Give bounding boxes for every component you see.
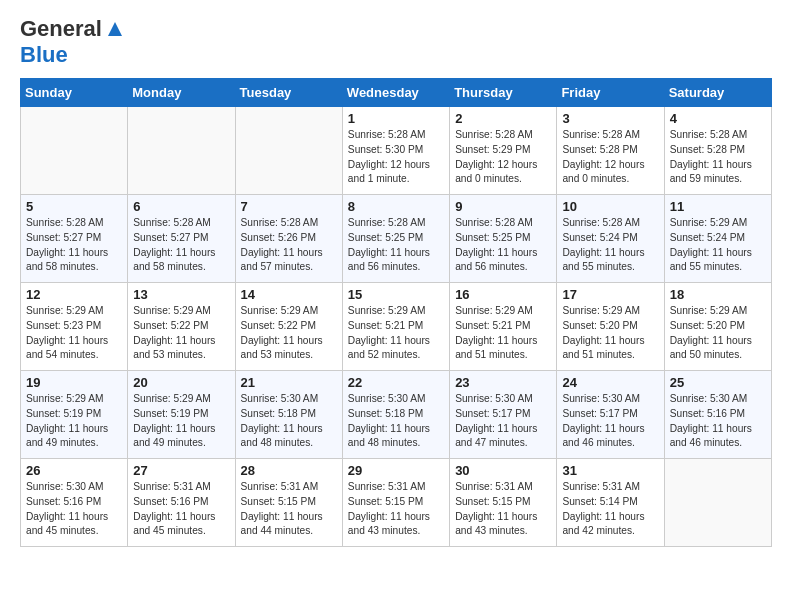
day-number: 19 <box>26 375 122 390</box>
calendar-cell: 25Sunrise: 5:30 AM Sunset: 5:16 PM Dayli… <box>664 371 771 459</box>
cell-content: Sunrise: 5:29 AM Sunset: 5:21 PM Dayligh… <box>455 304 551 363</box>
day-number: 9 <box>455 199 551 214</box>
weekday-header-thursday: Thursday <box>450 79 557 107</box>
day-number: 11 <box>670 199 766 214</box>
weekday-header-saturday: Saturday <box>664 79 771 107</box>
weekday-header-row: SundayMondayTuesdayWednesdayThursdayFrid… <box>21 79 772 107</box>
calendar-cell: 21Sunrise: 5:30 AM Sunset: 5:18 PM Dayli… <box>235 371 342 459</box>
cell-content: Sunrise: 5:29 AM Sunset: 5:22 PM Dayligh… <box>133 304 229 363</box>
day-number: 29 <box>348 463 444 478</box>
weekday-header-monday: Monday <box>128 79 235 107</box>
calendar-cell: 15Sunrise: 5:29 AM Sunset: 5:21 PM Dayli… <box>342 283 449 371</box>
day-number: 27 <box>133 463 229 478</box>
calendar-cell: 27Sunrise: 5:31 AM Sunset: 5:16 PM Dayli… <box>128 459 235 547</box>
cell-content: Sunrise: 5:28 AM Sunset: 5:24 PM Dayligh… <box>562 216 658 275</box>
day-number: 15 <box>348 287 444 302</box>
page: General Blue SundayMondayTuesdayWednesda… <box>0 0 792 563</box>
calendar-cell: 13Sunrise: 5:29 AM Sunset: 5:22 PM Dayli… <box>128 283 235 371</box>
cell-content: Sunrise: 5:29 AM Sunset: 5:19 PM Dayligh… <box>133 392 229 451</box>
cell-content: Sunrise: 5:30 AM Sunset: 5:16 PM Dayligh… <box>670 392 766 451</box>
cell-content: Sunrise: 5:29 AM Sunset: 5:21 PM Dayligh… <box>348 304 444 363</box>
calendar-cell: 1Sunrise: 5:28 AM Sunset: 5:30 PM Daylig… <box>342 107 449 195</box>
calendar-cell: 10Sunrise: 5:28 AM Sunset: 5:24 PM Dayli… <box>557 195 664 283</box>
calendar-cell: 29Sunrise: 5:31 AM Sunset: 5:15 PM Dayli… <box>342 459 449 547</box>
cell-content: Sunrise: 5:30 AM Sunset: 5:17 PM Dayligh… <box>562 392 658 451</box>
cell-content: Sunrise: 5:31 AM Sunset: 5:16 PM Dayligh… <box>133 480 229 539</box>
day-number: 12 <box>26 287 122 302</box>
day-number: 20 <box>133 375 229 390</box>
cell-content: Sunrise: 5:30 AM Sunset: 5:18 PM Dayligh… <box>241 392 337 451</box>
cell-content: Sunrise: 5:29 AM Sunset: 5:20 PM Dayligh… <box>562 304 658 363</box>
day-number: 26 <box>26 463 122 478</box>
calendar-cell: 11Sunrise: 5:29 AM Sunset: 5:24 PM Dayli… <box>664 195 771 283</box>
day-number: 14 <box>241 287 337 302</box>
calendar-cell <box>664 459 771 547</box>
cell-content: Sunrise: 5:28 AM Sunset: 5:30 PM Dayligh… <box>348 128 444 187</box>
day-number: 23 <box>455 375 551 390</box>
calendar-cell: 17Sunrise: 5:29 AM Sunset: 5:20 PM Dayli… <box>557 283 664 371</box>
day-number: 25 <box>670 375 766 390</box>
day-number: 4 <box>670 111 766 126</box>
weekday-header-friday: Friday <box>557 79 664 107</box>
calendar-cell: 4Sunrise: 5:28 AM Sunset: 5:28 PM Daylig… <box>664 107 771 195</box>
day-number: 10 <box>562 199 658 214</box>
cell-content: Sunrise: 5:31 AM Sunset: 5:15 PM Dayligh… <box>348 480 444 539</box>
calendar-cell <box>128 107 235 195</box>
day-number: 22 <box>348 375 444 390</box>
day-number: 30 <box>455 463 551 478</box>
logo-general-text: General <box>20 16 102 42</box>
day-number: 24 <box>562 375 658 390</box>
day-number: 7 <box>241 199 337 214</box>
day-number: 17 <box>562 287 658 302</box>
calendar-week-row: 19Sunrise: 5:29 AM Sunset: 5:19 PM Dayli… <box>21 371 772 459</box>
cell-content: Sunrise: 5:28 AM Sunset: 5:25 PM Dayligh… <box>348 216 444 275</box>
cell-content: Sunrise: 5:30 AM Sunset: 5:18 PM Dayligh… <box>348 392 444 451</box>
day-number: 28 <box>241 463 337 478</box>
calendar-cell: 7Sunrise: 5:28 AM Sunset: 5:26 PM Daylig… <box>235 195 342 283</box>
calendar-cell: 22Sunrise: 5:30 AM Sunset: 5:18 PM Dayli… <box>342 371 449 459</box>
cell-content: Sunrise: 5:28 AM Sunset: 5:28 PM Dayligh… <box>562 128 658 187</box>
cell-content: Sunrise: 5:28 AM Sunset: 5:29 PM Dayligh… <box>455 128 551 187</box>
calendar-cell: 28Sunrise: 5:31 AM Sunset: 5:15 PM Dayli… <box>235 459 342 547</box>
cell-content: Sunrise: 5:28 AM Sunset: 5:28 PM Dayligh… <box>670 128 766 187</box>
day-number: 21 <box>241 375 337 390</box>
day-number: 3 <box>562 111 658 126</box>
cell-content: Sunrise: 5:30 AM Sunset: 5:17 PM Dayligh… <box>455 392 551 451</box>
calendar-cell: 14Sunrise: 5:29 AM Sunset: 5:22 PM Dayli… <box>235 283 342 371</box>
day-number: 6 <box>133 199 229 214</box>
calendar-cell: 6Sunrise: 5:28 AM Sunset: 5:27 PM Daylig… <box>128 195 235 283</box>
day-number: 13 <box>133 287 229 302</box>
cell-content: Sunrise: 5:29 AM Sunset: 5:24 PM Dayligh… <box>670 216 766 275</box>
cell-content: Sunrise: 5:29 AM Sunset: 5:19 PM Dayligh… <box>26 392 122 451</box>
logo-icon <box>104 18 126 40</box>
header: General Blue <box>20 16 772 68</box>
calendar-cell: 8Sunrise: 5:28 AM Sunset: 5:25 PM Daylig… <box>342 195 449 283</box>
cell-content: Sunrise: 5:28 AM Sunset: 5:27 PM Dayligh… <box>133 216 229 275</box>
calendar-cell: 23Sunrise: 5:30 AM Sunset: 5:17 PM Dayli… <box>450 371 557 459</box>
calendar-cell: 3Sunrise: 5:28 AM Sunset: 5:28 PM Daylig… <box>557 107 664 195</box>
day-number: 18 <box>670 287 766 302</box>
calendar-cell: 9Sunrise: 5:28 AM Sunset: 5:25 PM Daylig… <box>450 195 557 283</box>
calendar-cell: 12Sunrise: 5:29 AM Sunset: 5:23 PM Dayli… <box>21 283 128 371</box>
weekday-header-tuesday: Tuesday <box>235 79 342 107</box>
calendar-cell: 31Sunrise: 5:31 AM Sunset: 5:14 PM Dayli… <box>557 459 664 547</box>
calendar-week-row: 26Sunrise: 5:30 AM Sunset: 5:16 PM Dayli… <box>21 459 772 547</box>
cell-content: Sunrise: 5:29 AM Sunset: 5:20 PM Dayligh… <box>670 304 766 363</box>
calendar-cell: 5Sunrise: 5:28 AM Sunset: 5:27 PM Daylig… <box>21 195 128 283</box>
calendar-cell <box>235 107 342 195</box>
cell-content: Sunrise: 5:29 AM Sunset: 5:22 PM Dayligh… <box>241 304 337 363</box>
cell-content: Sunrise: 5:28 AM Sunset: 5:26 PM Dayligh… <box>241 216 337 275</box>
calendar-table: SundayMondayTuesdayWednesdayThursdayFrid… <box>20 78 772 547</box>
cell-content: Sunrise: 5:28 AM Sunset: 5:27 PM Dayligh… <box>26 216 122 275</box>
cell-content: Sunrise: 5:31 AM Sunset: 5:14 PM Dayligh… <box>562 480 658 539</box>
cell-content: Sunrise: 5:29 AM Sunset: 5:23 PM Dayligh… <box>26 304 122 363</box>
day-number: 5 <box>26 199 122 214</box>
day-number: 31 <box>562 463 658 478</box>
logo-blue-text: Blue <box>20 42 68 67</box>
calendar-week-row: 1Sunrise: 5:28 AM Sunset: 5:30 PM Daylig… <box>21 107 772 195</box>
calendar-cell: 2Sunrise: 5:28 AM Sunset: 5:29 PM Daylig… <box>450 107 557 195</box>
weekday-header-sunday: Sunday <box>21 79 128 107</box>
calendar-cell: 20Sunrise: 5:29 AM Sunset: 5:19 PM Dayli… <box>128 371 235 459</box>
cell-content: Sunrise: 5:30 AM Sunset: 5:16 PM Dayligh… <box>26 480 122 539</box>
calendar-cell: 30Sunrise: 5:31 AM Sunset: 5:15 PM Dayli… <box>450 459 557 547</box>
